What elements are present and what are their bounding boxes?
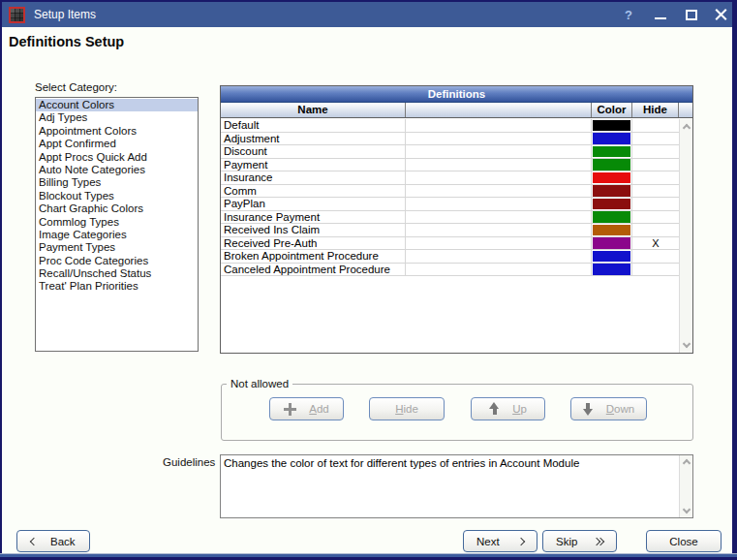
plus-icon	[284, 403, 296, 416]
category-item[interactable]: Billing Types	[36, 176, 198, 189]
category-item[interactable]: Recall/Unsched Status	[36, 267, 198, 280]
column-header-name: Name	[221, 103, 406, 117]
guidelines-scrollbar[interactable]	[679, 455, 692, 517]
table-row[interactable]: Received Ins Claim	[221, 224, 679, 237]
hide-flag	[632, 145, 679, 158]
category-item[interactable]: Account Colors	[36, 99, 198, 111]
category-item[interactable]: Image Categories	[36, 229, 198, 241]
guidelines-textarea[interactable]: Changes the color of text for different …	[220, 454, 693, 518]
window-title: Setup Items	[34, 2, 96, 27]
minimize-button[interactable]	[650, 5, 671, 25]
help-button[interactable]: ?	[618, 5, 639, 25]
title-bar[interactable]: Setup Items ?	[2, 2, 732, 27]
definition-extra-cell	[406, 185, 592, 198]
table-row[interactable]: Received Pre-Auth X	[221, 237, 679, 251]
definition-name: Insurance Payment	[221, 211, 406, 224]
table-row[interactable]: Canceled Appointment Procedure	[221, 264, 679, 277]
hide-flag	[632, 224, 679, 236]
definitions-table-title: Definitions	[221, 86, 692, 103]
table-row[interactable]: Insurance	[221, 171, 679, 185]
maximize-button[interactable]	[681, 5, 702, 25]
category-item[interactable]: Appt Confirmed	[36, 138, 198, 150]
setup-items-window: Setup Items ? Definitions Setup Select C…	[0, 0, 737, 560]
definition-name: Discount	[221, 145, 406, 158]
arrow-up-icon	[489, 402, 500, 416]
color-swatch	[593, 133, 630, 144]
hide-flag	[632, 133, 679, 145]
table-row[interactable]: Discount	[221, 145, 679, 159]
category-item[interactable]: Chart Graphic Colors	[36, 202, 198, 215]
hide-flag	[632, 171, 679, 184]
definitions-table: Definitions Name Color Hide Default Adju…	[220, 85, 693, 354]
hide-flag	[632, 198, 679, 210]
scroll-up-icon[interactable]	[683, 459, 691, 467]
scroll-down-icon[interactable]	[683, 340, 691, 348]
category-item[interactable]: Appointment Colors	[36, 125, 198, 138]
category-item[interactable]: Adj Types	[36, 111, 198, 124]
category-item[interactable]: Auto Note Categories	[36, 164, 198, 176]
definition-extra-cell	[406, 133, 592, 145]
color-swatch	[593, 146, 630, 158]
table-row[interactable]: Adjustment	[221, 133, 679, 146]
definition-extra-cell	[406, 145, 592, 158]
definition-extra-cell	[406, 211, 592, 224]
table-row[interactable]: Default	[221, 119, 679, 133]
back-button-label: Back	[50, 536, 76, 547]
definition-name: Received Ins Claim	[221, 224, 406, 236]
definition-name: Adjustment	[221, 133, 406, 145]
down-button[interactable]: Down	[570, 397, 647, 420]
page-title: Definitions Setup	[9, 34, 124, 49]
definition-name: Payment	[221, 159, 406, 171]
close-dialog-button[interactable]: Close	[646, 530, 722, 552]
help-icon: ?	[625, 8, 632, 22]
double-chevron-right-icon	[594, 539, 603, 544]
arrow-down-icon	[583, 402, 594, 416]
scroll-up-icon[interactable]	[683, 124, 691, 132]
table-row[interactable]: Broken Appointment Procedure	[221, 250, 679, 264]
close-button[interactable]	[710, 5, 731, 25]
color-swatch	[593, 251, 630, 263]
category-item[interactable]: Proc Code Categories	[36, 255, 198, 267]
definition-name: Canceled Appointment Procedure	[221, 264, 406, 276]
definition-name: Default	[221, 119, 406, 132]
hide-flag	[632, 185, 679, 198]
hide-button[interactable]: Hide	[369, 397, 445, 420]
skip-button-label: Skip	[556, 536, 577, 547]
up-button[interactable]: Up	[471, 397, 545, 420]
skip-button[interactable]: Skip	[542, 530, 617, 552]
add-button[interactable]: Add	[269, 397, 344, 420]
guidelines-label: Guidelines	[163, 456, 215, 468]
definitions-table-header: Name Color Hide	[221, 103, 692, 118]
not-allowed-groupbox: Not allowed Add Hide Up Down	[221, 384, 693, 441]
category-item[interactable]: Appt Procs Quick Add	[36, 151, 198, 164]
hide-button-label: Hide	[395, 403, 418, 415]
definition-name: Broken Appointment Procedure	[221, 250, 406, 263]
column-header-color: Color	[592, 103, 632, 117]
close-button-label: Close	[669, 536, 697, 547]
table-row[interactable]: Insurance Payment	[221, 211, 679, 225]
table-row[interactable]: Payment	[221, 159, 679, 172]
category-listbox[interactable]: Account ColorsAdj TypesAppointment Color…	[35, 97, 199, 352]
column-header-extra	[406, 103, 592, 117]
scroll-down-icon[interactable]	[683, 506, 691, 513]
down-button-label: Down	[606, 403, 634, 415]
select-category-label: Select Category:	[35, 81, 117, 93]
category-item[interactable]: Treat' Plan Priorities	[36, 280, 198, 293]
back-button[interactable]: Back	[16, 530, 90, 552]
category-item[interactable]: Payment Types	[36, 241, 198, 254]
definitions-table-body: Default Adjustment Discount Payment Insu…	[221, 119, 679, 276]
definition-extra-cell	[406, 119, 592, 132]
table-row[interactable]: PayPlan	[221, 198, 679, 211]
next-button[interactable]: Next	[463, 530, 537, 552]
hide-flag	[632, 159, 679, 171]
hide-flag	[632, 119, 679, 132]
category-item[interactable]: Blockout Types	[36, 190, 198, 202]
table-row[interactable]: Comm	[221, 185, 679, 199]
table-scrollbar[interactable]	[679, 119, 692, 353]
definition-extra-cell	[406, 237, 592, 250]
category-item[interactable]: Commlog Types	[36, 216, 198, 229]
app-icon[interactable]	[9, 7, 25, 23]
color-swatch	[593, 185, 630, 197]
color-swatch	[593, 225, 630, 236]
color-swatch	[593, 264, 630, 275]
